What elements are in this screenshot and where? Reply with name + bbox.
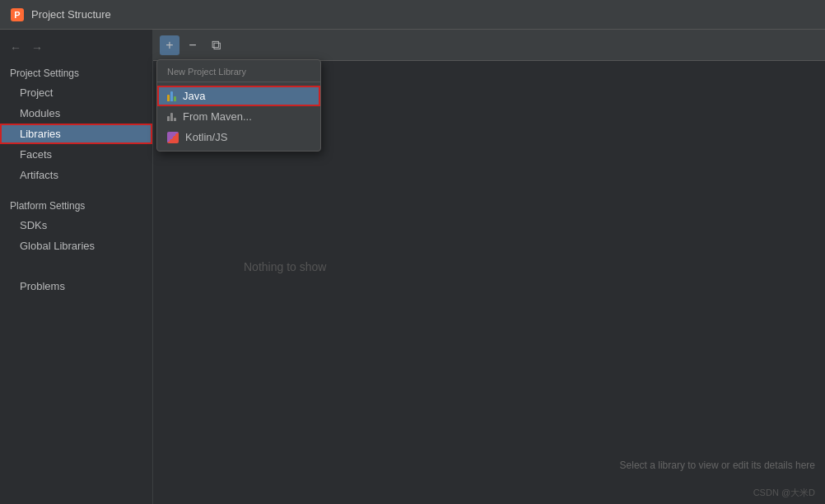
- watermark: CSDN @大米D: [753, 487, 815, 499]
- select-library-message: Select a library to view or edit its det…: [620, 460, 815, 471]
- sidebar: ← → Project Settings Project Modules Lib…: [0, 30, 153, 504]
- nothing-to-show-text: Nothing to show: [244, 260, 326, 273]
- dropdown-item-kotlin[interactable]: Kotlin/JS: [157, 127, 320, 147]
- dropdown-item-maven[interactable]: From Maven...: [157, 106, 320, 127]
- svg-text:P: P: [14, 10, 20, 20]
- maven-icon: [167, 113, 176, 121]
- dropdown-java-label: Java: [183, 90, 205, 102]
- java-icon: [167, 91, 176, 101]
- sidebar-item-artifacts[interactable]: Artifacts: [0, 165, 152, 185]
- dropdown-header: New Project Library: [157, 63, 320, 82]
- back-button[interactable]: ←: [7, 40, 25, 56]
- dropdown-menu: New Project Library Java From Maven... K…: [156, 59, 321, 152]
- title-bar-text: Project Structure: [31, 8, 111, 21]
- nav-arrows: ← →: [0, 36, 152, 63]
- kotlin-icon: [167, 132, 179, 143]
- sidebar-item-problems[interactable]: Problems: [0, 276, 152, 296]
- content-area: + − ⧉ New Project Library Java From Mave…: [153, 30, 825, 504]
- add-button[interactable]: +: [160, 35, 179, 55]
- sidebar-item-project[interactable]: Project: [0, 82, 152, 103]
- project-settings-label: Project Settings: [0, 63, 152, 82]
- title-bar: P Project Structure: [0, 0, 825, 30]
- main-layout: ← → Project Settings Project Modules Lib…: [0, 30, 825, 504]
- remove-button[interactable]: −: [183, 35, 203, 55]
- sidebar-item-global-libraries[interactable]: Global Libraries: [0, 236, 152, 256]
- forward-button[interactable]: →: [28, 40, 46, 56]
- dropdown-item-java[interactable]: Java: [157, 86, 320, 106]
- dropdown-maven-label: From Maven...: [183, 110, 252, 123]
- sidebar-item-modules[interactable]: Modules: [0, 103, 152, 124]
- sidebar-item-facets[interactable]: Facets: [0, 144, 152, 165]
- sidebar-item-libraries[interactable]: Libraries: [0, 124, 152, 144]
- dropdown-kotlin-label: Kotlin/JS: [185, 131, 227, 143]
- sidebar-item-sdks[interactable]: SDKs: [0, 215, 152, 236]
- copy-button[interactable]: ⧉: [206, 35, 226, 55]
- app-icon: P: [10, 7, 25, 22]
- platform-settings-label: Platform Settings: [0, 195, 152, 215]
- toolbar: + − ⧉ New Project Library Java From Mave…: [153, 30, 825, 61]
